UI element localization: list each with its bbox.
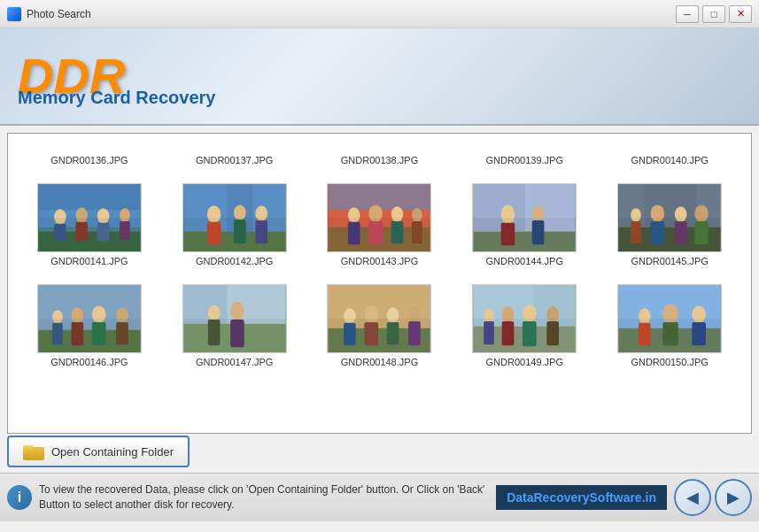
list-item[interactable]: GNDR00147.JPG <box>162 275 307 376</box>
svg-point-72 <box>365 305 379 322</box>
svg-point-58 <box>116 307 128 323</box>
svg-point-41 <box>631 208 641 222</box>
brand-text: DataRecoverySoftware.in <box>496 485 667 510</box>
list-item[interactable]: GNDR00150.JPG <box>597 275 742 376</box>
photo-label: GNDR00140.JPG <box>631 155 708 166</box>
svg-point-5 <box>75 207 88 223</box>
svg-rect-30 <box>413 221 423 243</box>
nav-buttons: ◀ ▶ <box>674 479 752 516</box>
svg-rect-19 <box>255 220 267 243</box>
photo-label: GNDR00138.JPG <box>341 155 418 166</box>
photo-label: GNDR00149.JPG <box>486 357 563 367</box>
svg-point-87 <box>547 306 560 322</box>
svg-rect-21 <box>329 227 430 251</box>
svg-rect-84 <box>502 321 515 345</box>
main-content: GNDR00136.JPG GNDR00137.JPG GNDR00138.JP… <box>0 126 759 430</box>
list-item[interactable]: GNDR00144.JPG <box>452 174 597 275</box>
next-button[interactable]: ▶ <box>715 479 752 516</box>
svg-rect-75 <box>387 322 399 344</box>
minimize-button[interactable]: ─ <box>676 5 699 23</box>
svg-rect-82 <box>484 321 494 344</box>
svg-rect-4 <box>54 224 66 241</box>
svg-rect-71 <box>345 323 357 345</box>
list-item[interactable]: GNDR00143.JPG <box>307 174 453 275</box>
brand-domain: .in <box>642 490 656 505</box>
svg-point-29 <box>413 208 423 222</box>
photo-thumbnail <box>472 183 577 252</box>
list-item[interactable]: GNDR00146.JPG <box>17 275 162 376</box>
list-item[interactable]: GNDR00142.JPG <box>162 174 307 275</box>
photo-label: GNDR00141.JPG <box>50 256 128 266</box>
svg-point-18 <box>255 205 267 221</box>
svg-point-23 <box>348 207 360 223</box>
svg-rect-95 <box>662 322 678 345</box>
open-folder-button[interactable]: Open Containing Folder <box>7 436 190 467</box>
svg-rect-1 <box>38 227 140 251</box>
list-item[interactable]: GNDR00138.JPG <box>307 143 453 174</box>
svg-point-56 <box>92 305 106 322</box>
maximize-button[interactable]: □ <box>702 5 725 23</box>
svg-rect-64 <box>207 320 220 345</box>
svg-point-7 <box>97 208 110 224</box>
photo-thumbnail <box>37 183 142 252</box>
svg-point-25 <box>369 204 383 221</box>
svg-point-85 <box>523 305 537 321</box>
svg-rect-28 <box>391 221 404 243</box>
svg-rect-93 <box>639 323 651 345</box>
list-item[interactable]: GNDR00137.JPG <box>162 143 307 174</box>
svg-point-3 <box>54 209 66 225</box>
photo-thumbnail <box>37 284 142 353</box>
list-item[interactable]: GNDR00139.JPG <box>452 143 597 174</box>
svg-rect-73 <box>365 322 379 345</box>
svg-point-54 <box>71 307 83 323</box>
svg-rect-69 <box>329 285 430 328</box>
photo-label: GNDR00148.JPG <box>341 357 418 367</box>
svg-rect-32 <box>474 232 576 251</box>
svg-point-9 <box>120 208 130 222</box>
svg-rect-39 <box>619 227 721 251</box>
svg-point-76 <box>409 306 422 322</box>
list-item[interactable]: GNDR00140.JPG <box>597 143 742 174</box>
svg-point-14 <box>207 205 221 222</box>
svg-point-45 <box>675 206 687 222</box>
svg-rect-86 <box>523 321 537 346</box>
photo-thumbnail <box>472 284 577 353</box>
close-button[interactable]: ✕ <box>729 5 752 23</box>
list-item[interactable]: GNDR00141.JPG <box>17 174 162 275</box>
status-bar: i To view the recovered Data, please cli… <box>0 473 759 521</box>
app-icon <box>7 7 21 21</box>
svg-rect-88 <box>547 321 560 345</box>
folder-icon <box>23 443 44 460</box>
svg-rect-57 <box>92 322 106 345</box>
svg-rect-66 <box>230 320 244 347</box>
list-item[interactable]: GNDR00136.JPG <box>17 143 162 174</box>
list-item[interactable]: GNDR00149.JPG <box>452 275 597 376</box>
brand-name: DataRecoverySoftware <box>507 490 642 505</box>
svg-point-92 <box>639 308 651 324</box>
svg-rect-12 <box>183 232 285 251</box>
svg-rect-42 <box>631 221 641 243</box>
svg-rect-97 <box>692 322 706 345</box>
svg-point-70 <box>345 308 357 324</box>
svg-rect-15 <box>207 222 221 244</box>
photo-thumbnail <box>182 183 287 252</box>
svg-point-81 <box>484 308 494 322</box>
svg-rect-53 <box>52 323 63 344</box>
svg-rect-68 <box>329 328 430 352</box>
svg-rect-46 <box>675 221 687 243</box>
photo-thumbnail <box>617 284 722 353</box>
photo-label: GNDR00142.JPG <box>196 256 273 266</box>
title-bar-text: Photo Search <box>27 8 91 20</box>
photo-label: GNDR00144.JPG <box>486 256 563 266</box>
title-bar-controls: ─ □ ✕ <box>676 5 752 23</box>
photo-grid-container[interactable]: GNDR00136.JPG GNDR00137.JPG GNDR00138.JP… <box>7 133 752 434</box>
back-button[interactable]: ◀ <box>674 479 711 516</box>
title-bar-left: Photo Search <box>7 7 91 21</box>
svg-rect-80 <box>534 285 576 327</box>
list-item[interactable]: GNDR00145.JPG <box>597 174 742 275</box>
svg-rect-6 <box>75 222 88 241</box>
svg-point-16 <box>234 204 246 220</box>
list-item[interactable]: GNDR00148.JPG <box>307 275 453 376</box>
photo-thumbnail <box>617 183 722 252</box>
svg-point-36 <box>532 205 545 221</box>
